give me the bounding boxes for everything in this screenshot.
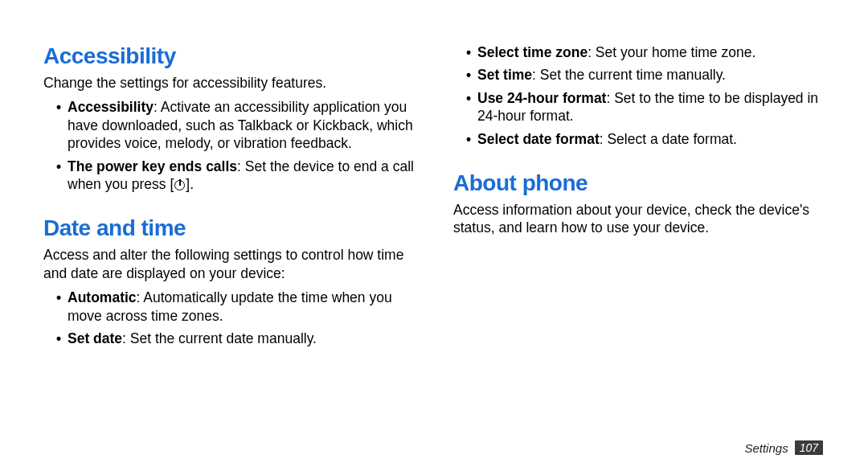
date-time-intro: Access and alter the following settings … <box>43 246 415 282</box>
item-label: Automatic <box>68 289 137 305</box>
list-item: Select time zone: Set your home time zon… <box>466 43 825 61</box>
list-item: Automatic: Automatically update the time… <box>56 289 415 325</box>
list-item: Set date: Set the current date manually. <box>56 330 415 347</box>
footer-section-label: Settings <box>744 441 788 455</box>
item-label: Select date format <box>477 131 600 147</box>
date-time-heading: Date and time <box>43 215 415 241</box>
left-column: Accessibility Change the settings for ac… <box>43 43 415 471</box>
item-label: Use 24-hour format <box>477 90 606 106</box>
item-label: Select time zone <box>477 44 588 60</box>
accessibility-heading: Accessibility <box>43 43 415 69</box>
item-text: ]. <box>186 176 194 192</box>
list-item: Select date format: Select a date format… <box>466 130 825 148</box>
footer-page-number: 107 <box>795 440 823 455</box>
item-label: Accessibility <box>68 99 154 115</box>
list-item: Set time: Set the current time manually. <box>466 66 825 84</box>
item-text: : Select a date format. <box>600 131 737 147</box>
list-item: The power key ends calls: Set the device… <box>56 158 415 194</box>
item-label: The power key ends calls <box>68 158 237 174</box>
list-item: Use 24-hour format: Set to the time to b… <box>466 89 825 125</box>
accessibility-intro: Change the settings for accessibility fe… <box>43 74 415 92</box>
right-column: Select time zone: Set your home time zon… <box>453 43 825 471</box>
item-text: : Set your home time zone. <box>588 44 755 60</box>
power-icon <box>174 180 185 190</box>
date-time-list-cont: Select time zone: Set your home time zon… <box>453 43 825 148</box>
list-item: Accessibility: Activate an accessibility… <box>56 98 415 152</box>
item-text: : Set the current date manually. <box>122 330 317 346</box>
about-phone-heading: About phone <box>453 170 825 196</box>
about-phone-intro: Access information about your device, ch… <box>453 201 825 237</box>
item-label: Set time <box>477 67 532 83</box>
accessibility-list: Accessibility: Activate an accessibility… <box>43 98 415 193</box>
item-text: : Set the current time manually. <box>532 67 726 83</box>
manual-page: Accessibility Change the settings for ac… <box>0 0 868 471</box>
item-label: Set date <box>68 330 122 346</box>
date-time-list: Automatic: Automatically update the time… <box>43 289 415 347</box>
page-footer: Settings 107 <box>744 440 823 455</box>
